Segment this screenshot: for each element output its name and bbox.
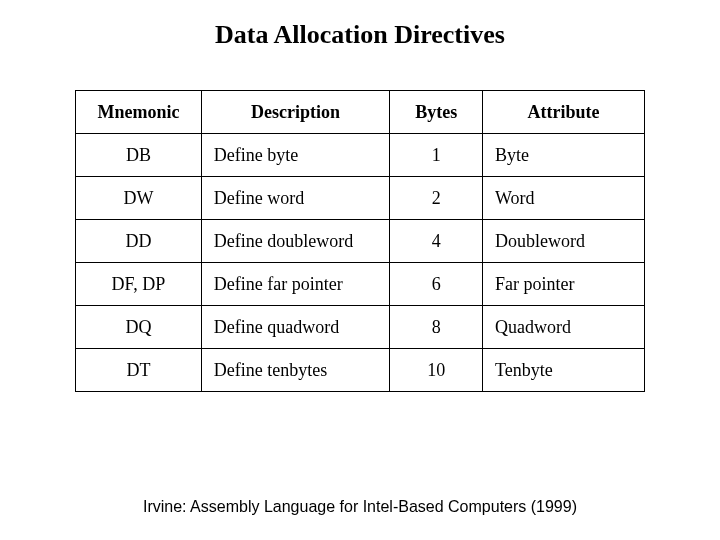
cell-description: Define far pointer (201, 263, 390, 306)
table-row: DW Define word 2 Word (76, 177, 645, 220)
cell-mnemonic: DW (76, 177, 202, 220)
table-row: DD Define doubleword 4 Doubleword (76, 220, 645, 263)
cell-mnemonic: DF, DP (76, 263, 202, 306)
directives-table-wrap: Mnemonic Description Bytes Attribute DB … (75, 90, 645, 392)
cell-attribute: Far pointer (482, 263, 644, 306)
cell-description: Define byte (201, 134, 390, 177)
cell-mnemonic: DD (76, 220, 202, 263)
footer-citation: Irvine: Assembly Language for Intel-Base… (0, 498, 720, 516)
cell-mnemonic: DT (76, 349, 202, 392)
cell-bytes: 1 (390, 134, 483, 177)
cell-attribute: Quadword (482, 306, 644, 349)
page-title: Data Allocation Directives (100, 20, 620, 50)
header-mnemonic: Mnemonic (76, 91, 202, 134)
header-bytes: Bytes (390, 91, 483, 134)
cell-bytes: 6 (390, 263, 483, 306)
cell-description: Define tenbytes (201, 349, 390, 392)
directives-table: Mnemonic Description Bytes Attribute DB … (75, 90, 645, 392)
cell-bytes: 10 (390, 349, 483, 392)
header-attribute: Attribute (482, 91, 644, 134)
cell-description: Define quadword (201, 306, 390, 349)
cell-mnemonic: DQ (76, 306, 202, 349)
cell-attribute: Tenbyte (482, 349, 644, 392)
cell-attribute: Word (482, 177, 644, 220)
cell-bytes: 4 (390, 220, 483, 263)
table-row: DT Define tenbytes 10 Tenbyte (76, 349, 645, 392)
cell-description: Define word (201, 177, 390, 220)
table-header-row: Mnemonic Description Bytes Attribute (76, 91, 645, 134)
table-row: DB Define byte 1 Byte (76, 134, 645, 177)
cell-attribute: Byte (482, 134, 644, 177)
cell-bytes: 8 (390, 306, 483, 349)
cell-mnemonic: DB (76, 134, 202, 177)
cell-attribute: Doubleword (482, 220, 644, 263)
header-description: Description (201, 91, 390, 134)
table-row: DF, DP Define far pointer 6 Far pointer (76, 263, 645, 306)
cell-bytes: 2 (390, 177, 483, 220)
cell-description: Define doubleword (201, 220, 390, 263)
table-row: DQ Define quadword 8 Quadword (76, 306, 645, 349)
